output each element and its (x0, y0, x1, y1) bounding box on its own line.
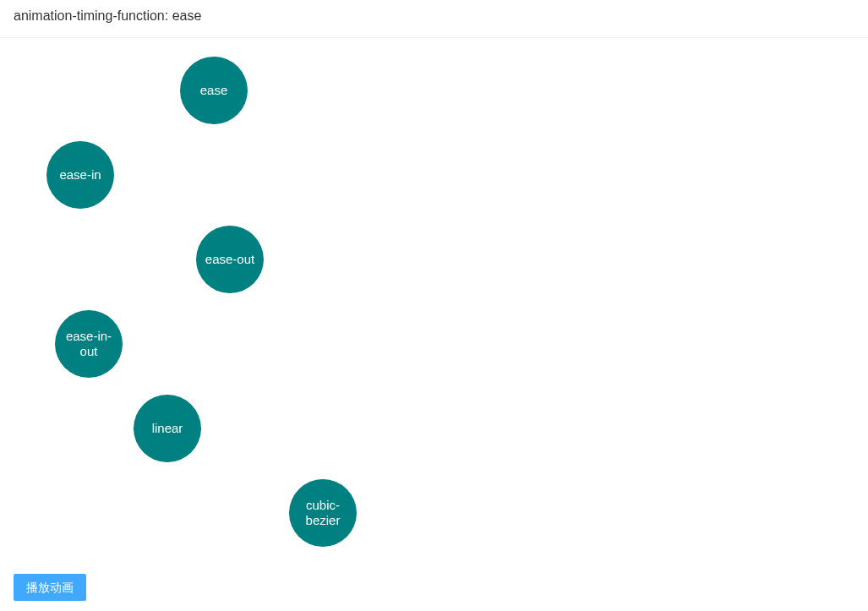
footer: 播放动画 (14, 574, 86, 601)
circle-linear: linear (134, 395, 201, 462)
circle-ease: ease (180, 57, 248, 124)
circle-label: cubic-bezier (292, 498, 353, 528)
circle-label: ease-in-out (58, 329, 119, 359)
circle-ease-in: ease-in (46, 141, 114, 209)
circle-label: ease-out (205, 252, 254, 267)
title-text: animation-timing-function: ease (14, 8, 201, 23)
circle-ease-in-out: ease-in-out (55, 310, 123, 378)
play-animation-button[interactable]: 播放动画 (14, 574, 86, 601)
circle-label: ease (200, 83, 228, 98)
circle-cubic-bezier: cubic-bezier (289, 479, 357, 547)
circle-ease-out: ease-out (196, 226, 264, 293)
circle-label: ease-in (59, 167, 101, 183)
page-title: animation-timing-function: ease (0, 0, 868, 38)
circle-label: linear (152, 421, 183, 436)
animation-stage: ease ease-in ease-out ease-in-out linear… (0, 38, 868, 545)
